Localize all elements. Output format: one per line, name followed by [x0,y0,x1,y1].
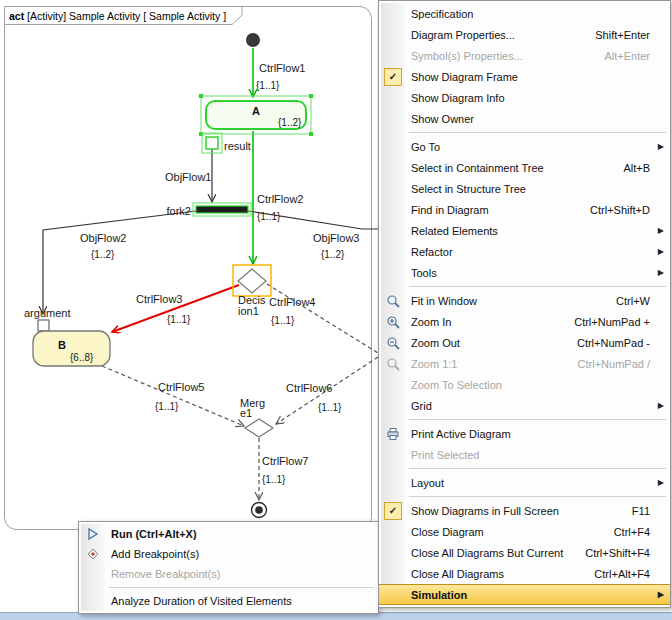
run-icon [84,525,102,543]
menu-item-label: Close All Diagrams [411,568,584,580]
menu-item-shortcut: Alt+Enter [604,50,650,62]
flow-label: CtrlFlow2 [257,193,303,205]
diagram-context-menu: Specification Diagram Properties... Shif… [378,0,671,608]
submenu-arrow-icon: ▶ [658,478,664,487]
flow-mult: {1..1} [256,80,280,91]
menu-item-close-diagram[interactable]: Close Diagram Ctrl+F4 [379,521,670,542]
initial-node[interactable] [246,33,260,47]
submenu-item-remove-breakpoints: Remove Breakpoint(s) [79,564,378,584]
zoom-out-icon [384,334,402,352]
menu-item-select-in-containment-tree[interactable]: Select in Containment Tree Alt+B [379,157,670,178]
flow-label: CtrlFlow4 [269,296,315,308]
submenu-item-add-breakpoints[interactable]: Add Breakpoint(s) [79,544,378,564]
flow-label: ObjFlow3 [313,232,359,244]
menu-item-label: Print Active Diagram [411,428,650,440]
menu-item-label: Close Diagram [411,526,604,538]
flow-mult: {1..2} [91,249,115,260]
breakpoint-icon [84,545,102,563]
menu-item-symbol-properties: Symbol(s) Properties... Alt+Enter [379,45,670,66]
menu-item-label: Select in Structure Tree [411,183,650,195]
action-multiplicity: {1..2} [278,117,302,128]
menu-item-shortcut: Ctrl+W [616,295,650,307]
menu-item-simulation[interactable]: Simulation ▶ [379,584,670,605]
menu-item-label: Zoom In [411,316,564,328]
check-icon: ✓ [384,68,402,86]
menu-item-label: Diagram Properties... [411,29,585,41]
menu-item-label: Zoom To Selection [411,379,650,391]
action-b[interactable]: B {6..8} [33,331,110,366]
menu-item-print-selected: Print Selected [379,444,670,465]
flow-label: CtrlFlow5 [158,381,204,393]
submenu-item-analyze-duration[interactable]: Analyze Duration of Visited Elements [79,591,378,611]
zoom-in-icon [384,313,402,331]
menu-item-shortcut: F11 [632,505,650,517]
menu-separator [409,496,666,497]
flow-mult: {1..1} [262,474,286,485]
menu-item-close-all-diagrams-but-current[interactable]: Close All Diagrams But Current Ctrl+Shif… [379,542,670,563]
menu-item-go-to[interactable]: Go To ▶ [379,136,670,157]
flow-mult: {1..1} [271,315,295,326]
menu-item-show-diagram-frame[interactable]: ✓ Show Diagram Frame [379,66,670,87]
menu-item-label: Grid [411,400,650,412]
menu-item-label: Specification [411,8,640,20]
pin-label: result [224,140,251,152]
submenu-arrow-icon: ▶ [658,226,664,235]
flow-label: CtrlFlow3 [136,293,182,305]
menu-item-select-in-structure-tree[interactable]: Select in Structure Tree [379,178,670,199]
action-a[interactable]: A {1..2} [199,94,313,136]
activity-final-node[interactable] [252,503,267,518]
menu-item-label: Analyze Duration of Visited Elements [111,595,358,607]
menu-item-label: Zoom 1:1 [411,358,568,370]
menu-item-label: Tools [411,267,650,279]
menu-item-zoom-in[interactable]: Zoom In Ctrl+NumPad + [379,311,670,332]
menu-item-tools[interactable]: Tools ▶ [379,262,670,283]
simulation-submenu: Run (Ctrl+Alt+X) Add Breakpoint(s) Remov… [78,521,379,614]
menu-item-shortcut: Ctrl+Alt+F4 [594,568,650,580]
menu-item-zoom-1-1: Zoom 1:1 Ctrl+NumPad / [379,353,670,374]
menu-item-label: Zoom Out [411,337,567,349]
menu-item-label: Show Owner [411,113,650,125]
submenu-arrow-icon: ▶ [658,247,664,256]
menu-item-layout[interactable]: Layout ▶ [379,472,670,493]
flow-mult: {1..1} [318,402,342,413]
menu-item-shortcut: Shift+Enter [595,29,650,41]
menu-item-label: Simulation [411,589,650,601]
menu-item-show-diagrams-in-full-screen[interactable]: ✓ Show Diagrams in Full Screen F11 [379,500,670,521]
menu-item-label: Select in Containment Tree [411,162,613,174]
pin-label: argument [24,307,70,319]
menu-item-grid[interactable]: Grid ▶ [379,395,670,416]
menu-item-fit-in-window[interactable]: Fit in Window Ctrl+W [379,290,670,311]
submenu-arrow-icon: ▶ [658,401,664,410]
menu-item-find-in-diagram[interactable]: Find in Diagram Ctrl+Shift+D [379,199,670,220]
decision-label-line2: ion1 [238,305,259,317]
menu-item-label: Close All Diagrams But Current [411,547,575,559]
action-name: A [252,105,260,117]
flow-mult: {1..1} [155,401,179,412]
menu-item-specification[interactable]: Specification [379,3,670,24]
menu-item-show-diagram-info[interactable]: Show Diagram Info [379,87,670,108]
menu-item-label: Find in Diagram [411,204,580,216]
menu-item-label: Related Elements [411,225,650,237]
menu-item-label: Show Diagrams in Full Screen [411,505,622,517]
zoom-1-1-icon [384,355,402,373]
menu-item-label: Symbol(s) Properties... [411,50,594,62]
menu-item-refactor[interactable]: Refactor ▶ [379,241,670,262]
menu-item-print-active-diagram[interactable]: Print Active Diagram [379,423,670,444]
menu-separator [409,419,666,420]
flow-label: ObjFlow2 [80,232,126,244]
flow-label: CtrlFlow7 [262,455,308,467]
menu-item-diagram-properties[interactable]: Diagram Properties... Shift+Enter [379,24,670,45]
submenu-item-run[interactable]: Run (Ctrl+Alt+X) [79,524,378,544]
menu-item-close-all-diagrams[interactable]: Close All Diagrams Ctrl+Alt+F4 [379,563,670,584]
menu-item-label: Fit in Window [411,295,606,307]
menu-item-shortcut: Ctrl+NumPad / [578,358,650,370]
diagram-tab-title: act [Activity] Sample Activity [ Sample … [9,10,226,22]
menu-item-show-owner[interactable]: Show Owner [379,108,670,129]
menu-item-related-elements[interactable]: Related Elements ▶ [379,220,670,241]
check-icon: ✓ [384,502,402,520]
menu-item-zoom-out[interactable]: Zoom Out Ctrl+NumPad - [379,332,670,353]
menu-item-label: Remove Breakpoint(s) [111,568,358,580]
submenu-arrow-icon: ▶ [658,590,664,599]
menu-item-label: Layout [411,477,650,489]
fork-label: fork2 [167,205,191,217]
